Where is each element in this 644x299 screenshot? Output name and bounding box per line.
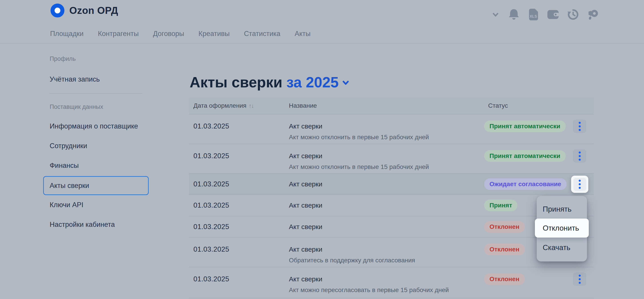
menu-item-decline[interactable]: Отклонить <box>535 219 589 238</box>
row-title: Акт сверки <box>289 152 484 160</box>
row-actions-button[interactable] <box>573 120 586 133</box>
sidebar-item-employees[interactable]: Сотрудники <box>50 142 87 150</box>
row-name: Акт сверки Обратитесь в поддержку для со… <box>289 246 484 264</box>
ozon-logo-icon <box>50 3 64 17</box>
status-badge: Отклонен <box>484 221 525 233</box>
row-name: Акт сверки <box>289 202 484 209</box>
sort-icon[interactable]: ↑↓ <box>249 102 254 109</box>
row-name: Акт сверки Акт можно пересогласовать в п… <box>289 275 484 294</box>
sidebar-section-data-provider: Поставщик данных <box>50 103 103 110</box>
kebab-icon <box>573 178 586 191</box>
status-badge: Принят <box>484 200 518 211</box>
row-date: 01.03.2025 <box>194 152 289 160</box>
row-title: Акт сверки <box>289 180 484 188</box>
table-row: 01.03.2025 Акт сверки Акт можно отклонит… <box>189 114 594 144</box>
column-header-status: Статус <box>488 102 594 109</box>
row-date: 01.03.2025 <box>194 122 289 130</box>
status-badge: Принят автоматически <box>484 150 566 162</box>
row-subtitle: Обратитесь в поддержку для согласования <box>289 257 484 264</box>
row-actions-cell <box>573 180 594 193</box>
menu-item-accept[interactable]: Принять <box>543 205 572 213</box>
row-status-cell: Принят автоматически <box>484 122 573 132</box>
brand: Ozon ОРД <box>50 3 118 17</box>
status-badge: Отклонен <box>484 244 525 255</box>
sidebar-item-provider-info[interactable]: Информация о поставщике <box>50 122 138 130</box>
column-header-name: Название <box>289 102 488 109</box>
table-header: Дата оформления↑↓ Название Статус <box>189 97 594 114</box>
page: Ozon ОРД Площадки Контрагенты Договоры К… <box>0 0 644 299</box>
table-row: 01.03.2025 Акт сверки Отклонен <box>189 216 594 238</box>
menu-item-download[interactable]: Скачать <box>543 244 570 252</box>
row-subtitle: Акт можно отклонить в первые 15 рабочих … <box>289 134 484 141</box>
xls-icon[interactable]: XLS <box>528 8 539 21</box>
row-title: Акт сверки <box>289 122 484 130</box>
row-date: 01.03.2025 <box>194 180 289 188</box>
row-actions-button[interactable] <box>573 149 586 163</box>
nav-item-acts[interactable]: Акты <box>295 30 310 38</box>
table-row: 01.03.2025 Акт сверки Акт можно пересогл… <box>189 267 594 298</box>
nav-item-contracts[interactable]: Договоры <box>153 30 184 38</box>
acts-table: Дата оформления↑↓ Название Статус 01.03.… <box>189 97 594 298</box>
nav-item-creatives[interactable]: Креативы <box>198 30 230 38</box>
row-subtitle: Акт можно пересогласовать в первые 15 ра… <box>289 287 484 294</box>
row-date: 01.03.2025 <box>194 275 289 283</box>
status-badge: Принят автоматически <box>484 120 566 132</box>
row-title: Акт сверки <box>289 202 484 209</box>
status-badge: Ожидает согласование <box>484 178 567 190</box>
topbar: Ozon ОРД Площадки Контрагенты Договоры К… <box>0 0 644 43</box>
column-header-date-label: Дата оформления <box>194 102 246 109</box>
sidebar-item-api-keys[interactable]: Ключи API <box>50 201 84 209</box>
row-status-cell: Принят автоматически <box>484 152 573 162</box>
row-date: 01.03.2025 <box>194 246 289 253</box>
row-name: Акт сверки <box>289 180 484 188</box>
row-actions-button-open[interactable] <box>571 176 588 193</box>
row-name: Акт сверки Акт можно отклонить в первые … <box>289 122 484 141</box>
sidebar-item-account[interactable]: Учётная запись <box>50 75 100 83</box>
xls-icon-label: XLS <box>530 14 537 18</box>
column-header-date: Дата оформления↑↓ <box>194 102 289 109</box>
row-actions-cell <box>573 152 594 163</box>
sidebar-divider <box>50 93 142 94</box>
bell-icon[interactable] <box>508 8 520 21</box>
period-chevron-down-icon <box>342 72 350 89</box>
row-status-cell: Ожидает согласование <box>484 180 573 190</box>
period-label: за 2025 <box>286 74 339 90</box>
table-row: 01.03.2025 Акт сверки Акт можно отклонит… <box>189 144 594 174</box>
context-menu: Принять Отклонить Скачать <box>537 196 587 262</box>
chevron-down-icon[interactable] <box>491 10 500 19</box>
row-title: Акт сверки <box>289 246 484 253</box>
nav-item-platforms[interactable]: Площадки <box>50 30 84 38</box>
row-actions-button[interactable] <box>573 273 586 286</box>
row-subtitle: Акт можно отклонить в первые 15 рабочих … <box>289 163 484 171</box>
table-row-active: 01.03.2025 Акт сверки Ожидает согласован… <box>189 174 594 195</box>
table-row: 01.03.2025 Акт сверки Обратитесь в подде… <box>189 238 594 267</box>
row-date: 01.03.2025 <box>194 202 289 209</box>
row-actions-cell <box>573 122 594 133</box>
nav-item-statistics[interactable]: Статистика <box>244 30 280 38</box>
history-icon[interactable] <box>567 8 579 20</box>
main-nav: Площадки Контрагенты Договоры Креативы С… <box>50 30 310 38</box>
megaphone-icon[interactable] <box>587 8 599 20</box>
menu-item-decline-label: Отклонить <box>543 224 579 232</box>
status-badge: Отклонен <box>484 273 525 285</box>
sidebar-section-profile: Профиль <box>50 55 76 62</box>
page-title: Акты сверкиза 2025 <box>190 72 350 91</box>
row-title: Акт сверки <box>289 275 484 283</box>
row-name: Акт сверки Акт можно отклонить в первые … <box>289 152 484 171</box>
row-date: 01.03.2025 <box>194 223 289 231</box>
page-title-text: Акты сверки <box>190 74 282 90</box>
row-title: Акт сверки <box>289 223 484 231</box>
brand-title: Ozon ОРД <box>69 5 118 16</box>
table-row: 01.03.2025 Акт сверки Принят <box>189 195 594 216</box>
period-dropdown[interactable]: за 2025 <box>286 74 350 90</box>
row-actions-cell <box>573 275 594 286</box>
topbar-actions: XLS <box>491 7 599 22</box>
sidebar-item-cabinet-settings[interactable]: Настройки кабинета <box>50 221 115 228</box>
row-status-cell: Отклонен <box>484 275 573 285</box>
sidebar-item-reconciliation-acts-label: Акты сверки <box>50 182 89 190</box>
row-name: Акт сверки <box>289 223 484 231</box>
wallet-icon[interactable] <box>547 9 559 20</box>
nav-item-counterparties[interactable]: Контрагенты <box>98 30 139 38</box>
sidebar-item-reconciliation-acts[interactable]: Акты сверки <box>43 176 149 195</box>
sidebar-item-finances[interactable]: Финансы <box>50 162 79 169</box>
